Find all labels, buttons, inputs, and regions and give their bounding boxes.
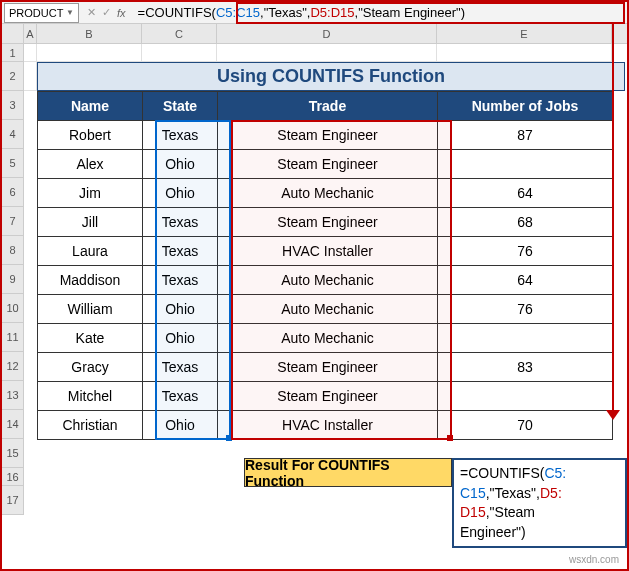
table-row: WilliamOhioAuto Mechanic76 (38, 295, 613, 324)
sheet-body: 1 2 3 4 5 6 7 8 9 10 11 12 13 14 15 16 1… (2, 44, 627, 515)
title-row: Using COUNTIFS Function (24, 62, 625, 91)
table-header-row: Name State Trade Number of Jobs (38, 92, 613, 121)
select-all-corner[interactable] (2, 24, 24, 43)
cancel-icon[interactable]: ✕ (87, 6, 96, 19)
header-name[interactable]: Name (38, 92, 143, 121)
formula-input[interactable]: =COUNTIFS(C5:C15,"Texas",D5:D15,"Steam E… (134, 5, 627, 20)
row-header[interactable]: 11 (2, 323, 23, 352)
row-header[interactable]: 10 (2, 294, 23, 323)
table-row: GracyTexasSteam Engineer83 (38, 353, 613, 382)
name-box-value: PRODUCT (9, 7, 63, 19)
formula-bar: PRODUCT ▼ ✕ ✓ fx =COUNTIFS(C5:C15,"Texas… (2, 2, 627, 24)
row-header[interactable]: 14 (2, 410, 23, 439)
row-header[interactable]: 6 (2, 178, 23, 207)
annotation-arrow-head-icon (606, 410, 620, 420)
table-row: RobertTexasSteam Engineer87 (38, 121, 613, 150)
title-cell[interactable]: Using COUNTIFS Function (37, 62, 625, 91)
row-header[interactable]: 8 (2, 236, 23, 265)
col-header-B[interactable]: B (37, 24, 142, 43)
row-header[interactable]: 15 (2, 439, 23, 468)
row-header[interactable]: 4 (2, 120, 23, 149)
table-row: JimOhioAuto Mechanic64 (38, 179, 613, 208)
col-header-E[interactable]: E (437, 24, 612, 43)
table-row: AlexOhioSteam Engineer (38, 150, 613, 179)
row-header[interactable]: 13 (2, 381, 23, 410)
row-header[interactable]: 3 (2, 91, 23, 120)
row-headers: 1 2 3 4 5 6 7 8 9 10 11 12 13 14 15 16 1… (2, 44, 24, 515)
result-label-cell[interactable]: Result For COUNTIFS Function (244, 458, 452, 487)
col-header-D[interactable]: D (217, 24, 437, 43)
table-row: LauraTexasHVAC Installer76 (38, 237, 613, 266)
column-headers: A B C D E (2, 24, 627, 44)
col-header-C[interactable]: C (142, 24, 217, 43)
col-header-A[interactable]: A (24, 24, 37, 43)
row-header[interactable]: 9 (2, 265, 23, 294)
row-header[interactable]: 17 (2, 486, 23, 515)
table-row: JillTexasSteam Engineer68 (38, 208, 613, 237)
table-row: MitchelTexasSteam Engineer (38, 382, 613, 411)
row-header[interactable]: 2 (2, 62, 23, 91)
table-row: KateOhioAuto Mechanic (38, 324, 613, 353)
header-trade[interactable]: Trade (218, 92, 438, 121)
header-jobs[interactable]: Number of Jobs (438, 92, 613, 121)
annotation-arrow-line (612, 24, 614, 416)
row-header[interactable]: 5 (2, 149, 23, 178)
fx-icon[interactable]: fx (117, 7, 126, 19)
row-header[interactable]: 12 (2, 352, 23, 381)
row-header[interactable]: 16 (2, 468, 23, 486)
row-header[interactable]: 1 (2, 44, 23, 62)
name-box-dropdown-icon[interactable]: ▼ (66, 8, 74, 17)
active-cell-e17[interactable]: =COUNTIFS(C5: C15,"Texas",D5: D15,"Steam… (452, 458, 627, 548)
formula-bar-buttons: ✕ ✓ fx (79, 6, 134, 19)
grid-area[interactable]: Using COUNTIFS Function Name State Trade… (24, 44, 625, 515)
name-box[interactable]: PRODUCT ▼ (4, 3, 79, 23)
header-state[interactable]: State (143, 92, 218, 121)
data-table: Name State Trade Number of Jobs RobertTe… (37, 91, 613, 440)
watermark: wsxdn.com (569, 554, 619, 565)
accept-icon[interactable]: ✓ (102, 6, 111, 19)
table-row: ChristianOhioHVAC Installer70 (38, 411, 613, 440)
row-header[interactable]: 7 (2, 207, 23, 236)
table-row: MaddisonTexasAuto Mechanic64 (38, 266, 613, 295)
